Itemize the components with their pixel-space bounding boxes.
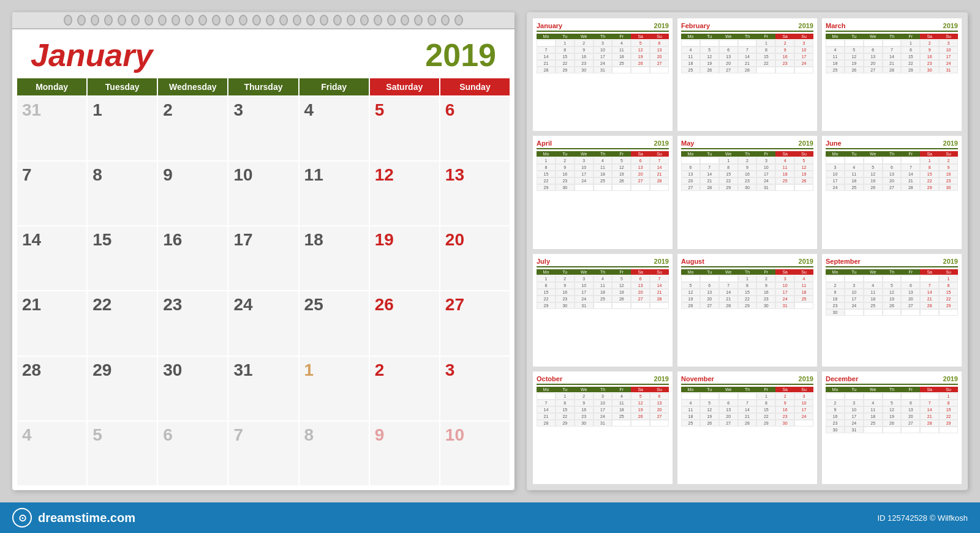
mini-cell: 10 <box>794 400 813 406</box>
mini-day-header-label: Mo <box>681 387 700 392</box>
calendar-cell: 9 <box>158 162 227 225</box>
calendar-cell: 8 <box>300 422 369 485</box>
mini-cell <box>631 67 650 73</box>
mini-cell: 6 <box>650 393 669 400</box>
mini-cell: 31 <box>939 67 958 73</box>
mini-cell: 27 <box>650 60 669 67</box>
coil <box>266 15 274 26</box>
mini-calendar: February2019MoTuWeThFrSaSu12345678910111… <box>677 18 817 131</box>
mini-cell: 6 <box>719 47 738 53</box>
mini-cell: 21 <box>738 413 757 420</box>
mini-cell <box>719 393 738 400</box>
mini-cell: 19 <box>864 177 883 184</box>
mini-year: 2019 <box>654 258 669 265</box>
mini-cell: 17 <box>845 413 864 420</box>
mini-cell: 23 <box>556 296 575 302</box>
mini-cell: 19 <box>883 296 902 302</box>
mini-cell: 15 <box>537 171 556 177</box>
mini-cell: 30 <box>826 427 845 433</box>
mini-day-header-label: Tu <box>700 269 719 275</box>
mini-cell: 10 <box>939 47 958 53</box>
mini-cal-header: July2019 <box>537 258 669 267</box>
mini-cell: 11 <box>826 53 845 60</box>
mini-cell: 8 <box>537 164 556 171</box>
mini-day-header-label: Mo <box>537 269 556 275</box>
mini-day-header-label: Sa <box>775 269 794 275</box>
mini-cell <box>794 302 813 309</box>
mini-day-header-label: Su <box>794 151 813 157</box>
mini-day-header-label: Fr <box>756 151 775 157</box>
mini-days-header: MoTuWeThFrSaSu <box>826 387 958 392</box>
mini-cell: 4 <box>681 47 700 53</box>
day-number: 4 <box>304 100 314 120</box>
mini-cell: 26 <box>864 184 883 191</box>
mini-cell: 31 <box>756 184 775 191</box>
mini-cell: 29 <box>939 302 958 309</box>
mini-cell: 27 <box>700 302 719 309</box>
mini-cell: 9 <box>756 282 775 289</box>
calendar-cell: 31 <box>17 97 86 160</box>
mini-cell: 17 <box>826 177 845 184</box>
mini-cal-header: January2019 <box>537 22 669 32</box>
spiral-binding <box>12 12 514 29</box>
mini-cal-header: March2019 <box>826 22 958 32</box>
mini-cell: 20 <box>883 177 902 184</box>
coil <box>77 15 86 26</box>
mini-cell <box>650 67 669 73</box>
mini-cell: 3 <box>845 400 864 406</box>
mini-cell: 20 <box>864 60 883 67</box>
mini-day-header-label: Mo <box>681 34 700 39</box>
calendar-cell: 8 <box>88 162 157 225</box>
mini-month-name: January <box>537 22 562 29</box>
mini-day-header-label: Su <box>939 387 958 392</box>
mini-cell: 15 <box>901 53 920 60</box>
calendar-header: January 2019 <box>12 29 514 78</box>
logo-icon: ⊙ <box>12 508 32 527</box>
monday-header: Monday <box>17 78 86 95</box>
mini-cell: 25 <box>612 60 631 67</box>
mini-cell: 17 <box>845 296 864 302</box>
mini-cell: 9 <box>575 47 594 53</box>
mini-cell: 12 <box>612 164 631 171</box>
calendar-cell: 2 <box>158 97 227 160</box>
mini-day-header-label: Su <box>794 34 813 39</box>
mini-day-header-label: Tu <box>556 269 575 275</box>
mini-cell: 8 <box>901 47 920 53</box>
mini-cell: 24 <box>939 60 958 67</box>
mini-cell: 3 <box>939 40 958 47</box>
mini-cell: 10 <box>594 47 612 53</box>
calendar-cell: 29 <box>88 357 157 420</box>
mini-cell: 25 <box>864 420 883 427</box>
mini-day-header-label: We <box>719 269 738 275</box>
mini-cell: 12 <box>700 406 719 413</box>
mini-cell: 10 <box>575 282 594 289</box>
mini-cell: 7 <box>920 282 939 289</box>
mini-cell: 1 <box>920 157 939 164</box>
mini-cell: 30 <box>826 309 845 316</box>
mini-day-header-label: Mo <box>537 151 556 157</box>
month-title: January <box>31 37 153 73</box>
mini-cell: 23 <box>826 302 845 309</box>
mini-month-name: June <box>826 140 842 147</box>
mini-cell: 28 <box>738 420 757 427</box>
mini-cell: 28 <box>537 67 556 73</box>
calendar-grid: 3112345678910111213141516171819202122232… <box>12 95 514 490</box>
mini-cell: 5 <box>864 164 883 171</box>
mini-cell: 19 <box>612 289 631 296</box>
mini-calendar: December2019MoTuWeThFrSaSu12345678910111… <box>822 371 962 484</box>
mini-cell: 26 <box>845 67 864 73</box>
main-content: January 2019 Monday Tuesday Wednesday Th… <box>0 0 980 502</box>
day-number: 21 <box>22 295 41 315</box>
day-number: 12 <box>375 165 394 185</box>
mini-cell: 29 <box>537 184 556 191</box>
mini-day-header-label: Mo <box>826 269 845 275</box>
mini-day-header-label: We <box>864 387 883 392</box>
mini-cell: 12 <box>631 47 650 53</box>
coil <box>225 15 234 26</box>
mini-day-header-label: Mo <box>681 151 700 157</box>
mini-day-header-label: Th <box>883 387 902 392</box>
mini-cell: 21 <box>883 60 902 67</box>
mini-cell: 20 <box>650 406 669 413</box>
coil <box>185 15 194 26</box>
mini-cell: 13 <box>864 53 883 60</box>
